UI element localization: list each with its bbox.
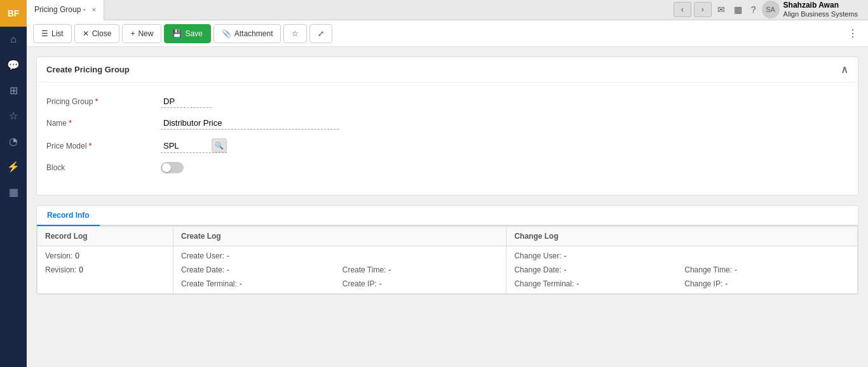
search-icon: 🔍 (215, 142, 224, 150)
change-date-label: Change Date: (514, 265, 561, 274)
name-input[interactable] (161, 117, 339, 130)
create-date-field: Create Date: - (181, 265, 337, 274)
envelope-icon[interactable]: ✉ (714, 4, 728, 15)
create-user-field: Create User: - (181, 251, 498, 260)
tab-close-icon[interactable]: × (92, 6, 96, 13)
version-field: Version: 0 (45, 251, 165, 260)
collapse-icon[interactable]: ∧ (841, 63, 848, 76)
change-ip-value: - (725, 279, 728, 288)
tab-pricing-group[interactable]: Pricing Group - × (27, 0, 104, 20)
tab-label: Pricing Group - (34, 5, 86, 14)
change-terminal-field: Change Terminal: - (514, 279, 679, 288)
tab-record-info[interactable]: Record Info (37, 206, 100, 226)
form-card-header: Create Pricing Group ∧ (37, 57, 858, 83)
change-user-label: Change User: (514, 251, 561, 260)
change-log-cell: Change User: - Change Date: - C (506, 246, 858, 294)
pricing-group-required: * (95, 97, 98, 106)
user-details: Shahzaib Awan Align Business Systems (783, 1, 858, 18)
new-button[interactable]: + New (122, 24, 161, 43)
save-button[interactable]: 💾 Save (164, 24, 210, 43)
create-ip-label: Create IP: (342, 279, 377, 288)
star-button[interactable]: ☆ (283, 24, 307, 43)
create-terminal-field: Create Terminal: - (181, 279, 337, 288)
price-model-search-button[interactable]: 🔍 (212, 138, 227, 152)
close-button[interactable]: ✕ Close (74, 24, 120, 43)
pricing-group-input[interactable] (161, 95, 212, 108)
price-model-field: 🔍 (161, 138, 227, 153)
list-button[interactable]: ☰ List (33, 24, 72, 43)
sidebar-logo[interactable]: BF (0, 0, 27, 27)
sidebar-icon-chart[interactable]: ◔ (0, 128, 27, 154)
create-user-label: Create User: (181, 251, 224, 260)
price-model-label: Price Model * (46, 142, 161, 150)
form-title: Create Pricing Group (46, 65, 130, 74)
content-area: Create Pricing Group ∧ Pricing Group * N… (27, 47, 868, 367)
change-ip-label: Change IP: (684, 279, 722, 288)
create-time-field: Create Time: - (342, 265, 499, 274)
block-toggle[interactable] (161, 162, 184, 173)
change-terminal-label: Change Terminal: (514, 279, 574, 288)
star-icon: ☆ (292, 29, 299, 38)
name-row: Name * (46, 117, 848, 130)
price-model-input[interactable] (161, 140, 212, 152)
create-time-label: Create Time: (342, 265, 386, 274)
save-label: Save (185, 29, 202, 38)
close-label: Close (92, 29, 112, 38)
change-terminal-value: - (576, 279, 579, 288)
sidebar-icon-bar[interactable]: ▦ (0, 179, 27, 204)
name-label: Name * (46, 119, 161, 128)
toggle-switch[interactable] (161, 162, 184, 173)
create-terminal-ip-row: Create Terminal: - Create IP: - (181, 279, 498, 288)
create-log-cell: Create User: - Create Date: - C (173, 246, 506, 294)
sidebar-icon-star[interactable]: ☆ (0, 103, 27, 128)
table-icon[interactable]: ▦ (731, 4, 745, 15)
change-time-field: Change Time: - (684, 265, 850, 274)
pricing-group-label: Pricing Group * (46, 97, 161, 106)
form-body: Pricing Group * Name * Price M (37, 83, 858, 195)
create-date-time-row: Create Date: - Create Time: - (181, 265, 498, 274)
form-card: Create Pricing Group ∧ Pricing Group * N… (36, 57, 858, 196)
user-company: Align Business Systems (783, 10, 858, 18)
tab-nav-prev[interactable]: ‹ (674, 2, 691, 17)
change-terminal-ip-row: Change Terminal: - Change IP: - (514, 279, 850, 288)
help-icon[interactable]: ? (748, 4, 759, 15)
change-date-value: - (564, 265, 567, 274)
main-area: Pricing Group - × ‹ › ✉ ▦ ? SA Shahzaib … (27, 0, 868, 367)
col-create-log: Create Log (173, 227, 506, 246)
col-record-log: Record Log (37, 227, 173, 246)
create-time-value: - (388, 265, 391, 274)
revision-value: 0 (79, 265, 83, 274)
change-user-field: Change User: - (514, 251, 850, 260)
sidebar-icon-activity[interactable]: ⚡ (0, 154, 27, 179)
create-terminal-value: - (240, 279, 242, 288)
avatar: SA (762, 1, 780, 18)
attachment-label: Attachment (234, 29, 273, 38)
price-model-required: * (89, 142, 92, 150)
create-user-value: - (227, 251, 229, 260)
list-icon: ☰ (41, 29, 48, 38)
sidebar: BF ⌂ 💬 ⊞ ☆ ◔ ⚡ ▦ (0, 0, 27, 367)
tab-nav-controls: ‹ › ✉ ▦ ? SA Shahzaib Awan Align Busines… (674, 1, 868, 18)
attachment-button[interactable]: 📎 Attachment (214, 24, 281, 43)
share-button[interactable]: ⤢ (309, 24, 332, 43)
version-label: Version: (45, 251, 72, 260)
user-name: Shahzaib Awan (783, 1, 858, 10)
change-date-time-row: Change Date: - Change Time: - (514, 265, 850, 274)
sidebar-icon-grid[interactable]: ⊞ (0, 77, 27, 103)
sidebar-icon-chat[interactable]: 💬 (0, 52, 27, 77)
more-menu-button[interactable]: ⋮ (844, 25, 862, 43)
change-ip-field: Change IP: - (684, 279, 850, 288)
col-change-log: Change Log (506, 227, 858, 246)
tab-nav-next[interactable]: › (694, 2, 712, 17)
sidebar-icon-home[interactable]: ⌂ (0, 27, 27, 52)
change-time-label: Change Time: (684, 265, 732, 274)
create-ip-field: Create IP: - (342, 279, 499, 288)
new-label: New (138, 29, 153, 38)
block-row: Block (46, 162, 848, 173)
list-label: List (51, 29, 64, 38)
record-info-card: Record Info Record Log Create Log Change… (36, 205, 858, 295)
change-date-field: Change Date: - (514, 265, 679, 274)
price-model-row: Price Model * 🔍 (46, 138, 848, 153)
record-log-cell: Version: 0 Revision: 0 (37, 246, 173, 294)
paperclip-icon: 📎 (222, 29, 231, 38)
